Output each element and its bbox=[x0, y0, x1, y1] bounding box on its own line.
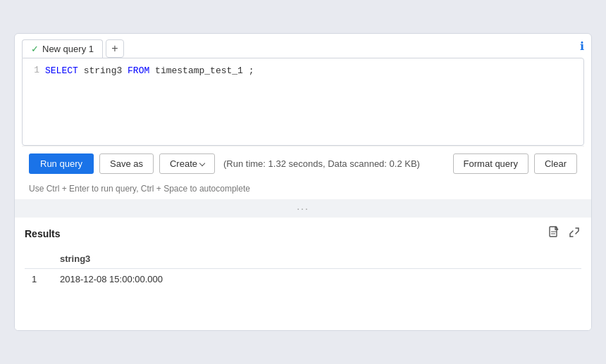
format-query-button[interactable]: Format query bbox=[453, 153, 528, 174]
toolbar-row: Run query Save as Create (Run time: 1.32… bbox=[22, 146, 584, 181]
expand-icon[interactable] bbox=[567, 225, 581, 241]
col-header-rownum bbox=[25, 249, 53, 269]
editor-area[interactable]: 1 SELECT string3 FROM timestamp_test_1 ; bbox=[22, 58, 584, 146]
main-container: ℹ ✓ New query 1 + 1 SELECT string3 FROM … bbox=[14, 33, 592, 331]
results-table: string3 1 2018-12-08 15:00:00.000 bbox=[25, 249, 581, 289]
create-button[interactable]: Create bbox=[159, 153, 215, 174]
tab-check-icon: ✓ bbox=[31, 44, 39, 54]
export-icon[interactable] bbox=[548, 225, 562, 242]
results-panel: Results bbox=[15, 218, 591, 330]
create-label: Create bbox=[170, 158, 197, 169]
clear-button[interactable]: Clear bbox=[534, 153, 577, 174]
col-header-string3: string3 bbox=[53, 249, 581, 269]
results-icons bbox=[548, 225, 581, 242]
table-header-row: string3 bbox=[25, 249, 581, 269]
run-info: (Run time: 1.32 seconds, Data scanned: 0… bbox=[221, 158, 447, 169]
table-row: 1 2018-12-08 15:00:00.000 bbox=[25, 269, 581, 290]
tab-new-query-1[interactable]: ✓ New query 1 bbox=[22, 39, 103, 58]
save-as-button[interactable]: Save as bbox=[99, 153, 154, 174]
info-icon[interactable]: ℹ bbox=[580, 39, 584, 53]
create-chevron-icon bbox=[199, 160, 205, 165]
run-query-button[interactable]: Run query bbox=[29, 153, 94, 174]
query-panel: ✓ New query 1 + 1 SELECT string3 FROM ti… bbox=[15, 34, 591, 199]
panel-divider[interactable]: ··· bbox=[15, 199, 591, 218]
code-content: SELECT string3 FROM timestamp_test_1 ; bbox=[45, 64, 576, 78]
add-tab-button[interactable]: + bbox=[106, 39, 124, 58]
cell-row-num: 1 bbox=[25, 269, 53, 290]
results-header: Results bbox=[25, 225, 581, 242]
line-number: 1 bbox=[30, 64, 39, 75]
cell-string3: 2018-12-08 15:00:00.000 bbox=[53, 269, 581, 290]
hint-text: Use Ctrl + Enter to run query, Ctrl + Sp… bbox=[22, 181, 584, 199]
tab-label: New query 1 bbox=[42, 44, 94, 54]
results-title: Results bbox=[25, 228, 61, 239]
tabs-row: ✓ New query 1 + bbox=[22, 39, 584, 58]
